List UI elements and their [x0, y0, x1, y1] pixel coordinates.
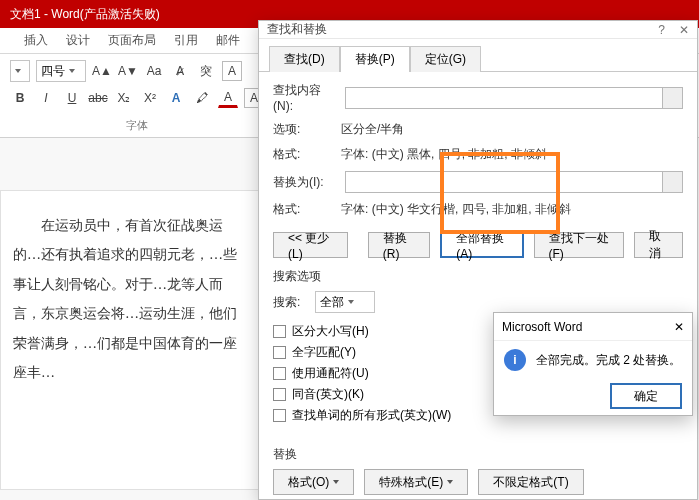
tab-design[interactable]: 设计	[66, 32, 90, 53]
find-replace-dialog: 查找和替换 ? ✕ 查找(D) 替换(P) 定位(G) 查找内容(N): 选项:…	[258, 20, 698, 500]
options-value: 区分全/半角	[341, 121, 404, 138]
msgbox-close-icon[interactable]: ✕	[674, 320, 684, 334]
dialog-title: 查找和替换	[267, 21, 327, 38]
shrink-font-icon[interactable]: A▼	[118, 61, 138, 81]
tab-mailings[interactable]: 邮件	[216, 32, 240, 53]
msgbox-title: Microsoft Word	[502, 320, 582, 334]
msgbox-text: 全部完成。完成 2 处替换。	[536, 352, 681, 369]
font-size-value: 四号	[41, 63, 65, 80]
find-what-label: 查找内容(N):	[273, 82, 337, 113]
format-replace-value: 字体: (中文) 华文行楷, 四号, 非加粗, 非倾斜	[341, 201, 571, 218]
options-label: 选项:	[273, 121, 337, 138]
document-area[interactable]: 在运动员中，有首次征战奥运的…还有执着追求的四朝元老，…些事让人刻骨铭心。对于……	[0, 190, 260, 490]
underline-icon[interactable]: U	[62, 88, 82, 108]
search-scope-label: 搜索:	[273, 294, 307, 311]
search-scope-select[interactable]: 全部	[315, 291, 375, 313]
font-color-icon[interactable]: A	[218, 88, 238, 108]
special-button-label: 特殊格式(E)	[379, 474, 443, 491]
clear-fmt-icon[interactable]: A̷	[170, 61, 190, 81]
font-select[interactable]	[10, 60, 30, 82]
font-section-label: 字体	[10, 118, 264, 133]
phonetic-icon[interactable]: 突	[196, 61, 216, 81]
find-dropdown-icon[interactable]	[662, 88, 682, 108]
replace-button[interactable]: 替换(R)	[368, 232, 431, 258]
close-icon[interactable]: ✕	[679, 23, 689, 37]
document-text: 在运动员中，有首次征战奥运的…还有执着追求的四朝元老，…些事让人刻骨铭心。对于……	[13, 211, 247, 387]
format-find-value: 字体: (中文) 黑体, 四号, 非加粗, 非倾斜	[341, 146, 547, 163]
replace-with-label: 替换为(I):	[273, 174, 337, 191]
italic-icon[interactable]: I	[36, 88, 56, 108]
tab-find[interactable]: 查找(D)	[269, 46, 340, 72]
no-formatting-button[interactable]: 不限定格式(T)	[478, 469, 583, 495]
match-case-checkbox[interactable]: 区分大小写(H)	[273, 323, 451, 340]
grow-font-icon[interactable]: A▲	[92, 61, 112, 81]
search-options-heading: 搜索选项	[273, 268, 683, 285]
replace-all-button[interactable]: 全部替换(A)	[440, 232, 523, 258]
replace-with-field[interactable]	[345, 171, 683, 193]
search-scope-value: 全部	[320, 294, 344, 311]
msgbox-ok-button[interactable]: 确定	[610, 383, 682, 409]
tab-replace[interactable]: 替换(P)	[340, 46, 410, 72]
tab-insert[interactable]: 插入	[24, 32, 48, 53]
tab-layout[interactable]: 页面布局	[108, 32, 156, 53]
change-case-icon[interactable]: Aa	[144, 61, 164, 81]
tab-goto[interactable]: 定位(G)	[410, 46, 481, 72]
help-icon[interactable]: ?	[658, 23, 665, 37]
find-what-field[interactable]	[345, 87, 683, 109]
info-icon: i	[504, 349, 526, 371]
format-button[interactable]: 格式(O)	[273, 469, 354, 495]
message-box: Microsoft Word ✕ i 全部完成。完成 2 处替换。 确定	[493, 312, 693, 416]
char-border-icon[interactable]: A	[222, 61, 242, 81]
whole-word-label: 全字匹配(Y)	[292, 344, 356, 361]
special-button[interactable]: 特殊格式(E)	[364, 469, 468, 495]
format-label-2: 格式:	[273, 201, 337, 218]
highlight-icon[interactable]: 🖍	[192, 88, 212, 108]
replace-section-heading: 替换	[273, 446, 683, 463]
tab-references[interactable]: 引用	[174, 32, 198, 53]
less-button[interactable]: << 更少(L)	[273, 232, 348, 258]
app-title: 文档1 - Word(产品激活失败)	[10, 6, 160, 23]
font-size-select[interactable]: 四号	[36, 60, 86, 82]
wildcards-label: 使用通配符(U)	[292, 365, 369, 382]
format-button-label: 格式(O)	[288, 474, 329, 491]
bold-icon[interactable]: B	[10, 88, 30, 108]
cancel-button[interactable]: 取消	[634, 232, 683, 258]
whole-word-checkbox[interactable]: 全字匹配(Y)	[273, 344, 451, 361]
wildcards-checkbox[interactable]: 使用通配符(U)	[273, 365, 451, 382]
format-label: 格式:	[273, 146, 337, 163]
sounds-like-label: 同音(英文)(K)	[292, 386, 364, 403]
strike-icon[interactable]: abc	[88, 88, 108, 108]
word-forms-checkbox[interactable]: 查找单词的所有形式(英文)(W)	[273, 407, 451, 424]
replace-dropdown-icon[interactable]	[662, 172, 682, 192]
find-next-button[interactable]: 查找下一处(F)	[534, 232, 624, 258]
text-effects-icon[interactable]: A	[166, 88, 186, 108]
subscript-icon[interactable]: X₂	[114, 88, 134, 108]
sounds-like-checkbox[interactable]: 同音(英文)(K)	[273, 386, 451, 403]
match-case-label: 区分大小写(H)	[292, 323, 369, 340]
superscript-icon[interactable]: X²	[140, 88, 160, 108]
word-forms-label: 查找单词的所有形式(英文)(W)	[292, 407, 451, 424]
